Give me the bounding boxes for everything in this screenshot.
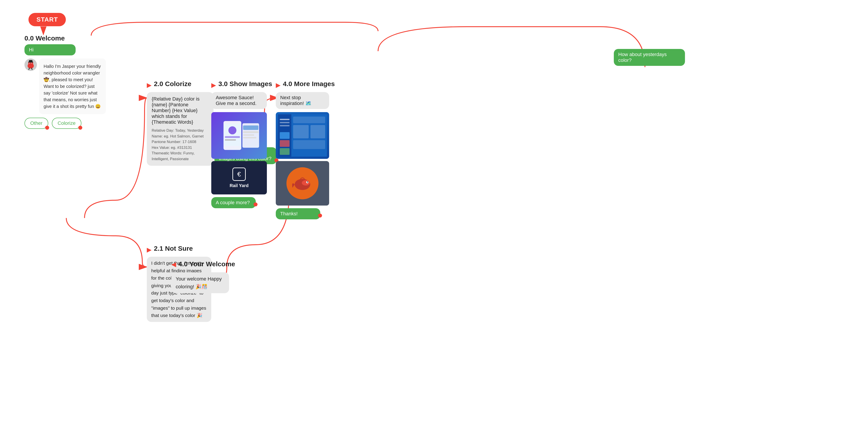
colorize-title: 2.0 Colorize (154, 80, 191, 88)
node-yesterday: How about yesterdays color? (614, 49, 685, 66)
more-images-title: 4.0 More Images (283, 80, 335, 88)
show-images-title: 3.0 Show Images (218, 80, 272, 88)
arrow-indicator-show: ▶ (211, 82, 216, 89)
other-button[interactable]: Other (25, 118, 48, 129)
rail-yard-label: Rail Yard (229, 183, 248, 188)
show-images-bottom-bubble: A couple more? (211, 197, 256, 208)
svg-rect-22 (243, 137, 256, 139)
svg-rect-25 (280, 119, 289, 120)
svg-rect-21 (243, 134, 254, 136)
more-images-top-bubble: Next stop inspiration! 🗺️ (276, 92, 329, 109)
colorize-button[interactable]: Colorize (52, 118, 82, 129)
show-images-dot (253, 203, 257, 206)
show-images-top-bubble: Awesome Sauce! Give me a second. (211, 92, 267, 109)
more-image-1-svg (278, 114, 327, 157)
svg-rect-32 (280, 132, 289, 139)
svg-rect-28 (293, 117, 325, 123)
welcome-chat-text: Hallo I'm Jasper your friendly neighborh… (43, 64, 101, 109)
colorize-bubble-text: {Relative Day} color is {name} {Pantone … (152, 96, 209, 125)
your-welcome-title: 4.0 Your Welcome (178, 260, 235, 268)
not-sure-title: 2.1 Not Sure (154, 245, 193, 252)
svg-point-38 (302, 180, 310, 185)
yesterday-bubble: How about yesterdays color? (614, 49, 685, 66)
svg-rect-19 (243, 125, 258, 130)
svg-rect-34 (280, 148, 289, 155)
node-your-welcome: ▶ 4.0 Your Welcome Your welcome Happy co… (171, 260, 235, 293)
arrow-indicator-more: ▶ (276, 82, 281, 89)
welcome-hi-bubble: Hi (25, 44, 75, 55)
more-image-1 (276, 112, 329, 159)
svg-rect-17 (225, 139, 236, 141)
svg-rect-5 (29, 60, 32, 62)
svg-point-8 (30, 63, 30, 64)
node-show-images: ▶ 3.0 Show Images Awesome Sauce! Give me… (211, 80, 272, 208)
more-image-2 (276, 161, 329, 206)
more-images-thanks-bubble: Thanks! (276, 208, 320, 219)
svg-point-15 (228, 126, 237, 134)
svg-point-9 (32, 63, 32, 64)
svg-rect-30 (310, 125, 325, 139)
node-more-images: ▶ 4.0 More Images Next stop inspiration!… (276, 80, 335, 219)
svg-line-12 (32, 68, 32, 70)
node-welcome: 0.0 Welcome Hi (25, 34, 106, 129)
start-button[interactable]: START (28, 13, 66, 26)
svg-rect-27 (280, 125, 289, 126)
svg-rect-33 (280, 140, 289, 147)
arrow-indicator-welcome: ▶ (171, 262, 176, 269)
more-image-2-svg (280, 163, 325, 203)
your-welcome-bubble: Your welcome Happy coloring! 🎉🎊 (171, 272, 229, 293)
welcome-title: 0.0 Welcome (25, 34, 106, 42)
show-image-1-svg (217, 119, 261, 152)
svg-rect-20 (243, 131, 258, 133)
show-image-2: € Rail Yard (211, 161, 267, 194)
svg-rect-29 (293, 125, 309, 139)
svg-rect-31 (293, 140, 325, 149)
show-image-1 (211, 112, 267, 159)
svg-point-10 (30, 64, 31, 64)
arrow-indicator-not-sure: ▶ (147, 246, 152, 253)
jasper-avatar (26, 60, 36, 70)
svg-point-40 (307, 182, 308, 183)
colorize-notes: Relative Day: Today, Yesterday Name: eg.… (152, 128, 209, 162)
welcome-chat-card: Hallo I'm Jasper your friendly neighborh… (39, 59, 106, 114)
svg-rect-16 (225, 136, 240, 138)
svg-line-11 (29, 68, 29, 70)
svg-rect-26 (280, 122, 289, 123)
colorize-bubble: {Relative Day} color is {name} {Pantone … (147, 92, 214, 166)
arrow-indicator-colorize: ▶ (147, 82, 152, 89)
more-images-dot (318, 214, 322, 218)
